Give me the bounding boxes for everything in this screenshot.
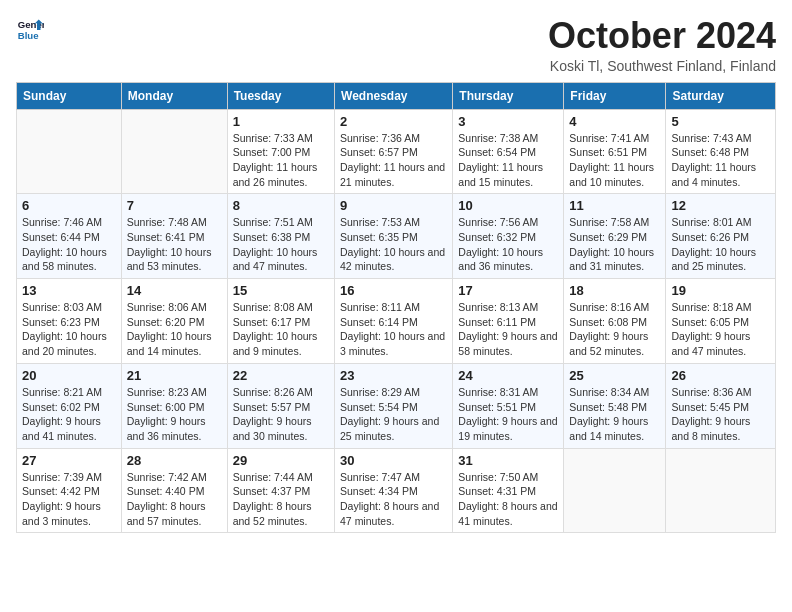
day-number: 27 (22, 453, 116, 468)
day-info: Sunrise: 8:18 AMSunset: 6:05 PMDaylight:… (671, 300, 770, 359)
day-number: 30 (340, 453, 447, 468)
day-info: Sunrise: 8:21 AMSunset: 6:02 PMDaylight:… (22, 385, 116, 444)
calendar-title: October 2024 (548, 16, 776, 56)
calendar-cell (564, 448, 666, 533)
calendar-cell: 13Sunrise: 8:03 AMSunset: 6:23 PMDayligh… (17, 279, 122, 364)
calendar-cell: 23Sunrise: 8:29 AMSunset: 5:54 PMDayligh… (335, 363, 453, 448)
calendar-subtitle: Koski Tl, Southwest Finland, Finland (548, 58, 776, 74)
calendar-week-row: 13Sunrise: 8:03 AMSunset: 6:23 PMDayligh… (17, 279, 776, 364)
day-info: Sunrise: 7:53 AMSunset: 6:35 PMDaylight:… (340, 215, 447, 274)
calendar-cell: 27Sunrise: 7:39 AMSunset: 4:42 PMDayligh… (17, 448, 122, 533)
calendar-cell (17, 109, 122, 194)
calendar-cell: 4Sunrise: 7:41 AMSunset: 6:51 PMDaylight… (564, 109, 666, 194)
logo: General Blue General Blue (16, 16, 44, 44)
calendar-week-row: 20Sunrise: 8:21 AMSunset: 6:02 PMDayligh… (17, 363, 776, 448)
day-number: 11 (569, 198, 660, 213)
day-info: Sunrise: 8:34 AMSunset: 5:48 PMDaylight:… (569, 385, 660, 444)
calendar-cell: 1Sunrise: 7:33 AMSunset: 7:00 PMDaylight… (227, 109, 334, 194)
day-info: Sunrise: 7:42 AMSunset: 4:40 PMDaylight:… (127, 470, 222, 529)
day-number: 20 (22, 368, 116, 383)
day-info: Sunrise: 8:31 AMSunset: 5:51 PMDaylight:… (458, 385, 558, 444)
day-number: 29 (233, 453, 329, 468)
day-number: 17 (458, 283, 558, 298)
calendar-week-row: 27Sunrise: 7:39 AMSunset: 4:42 PMDayligh… (17, 448, 776, 533)
calendar-cell: 22Sunrise: 8:26 AMSunset: 5:57 PMDayligh… (227, 363, 334, 448)
day-info: Sunrise: 7:58 AMSunset: 6:29 PMDaylight:… (569, 215, 660, 274)
day-number: 16 (340, 283, 447, 298)
day-number: 26 (671, 368, 770, 383)
calendar-cell: 5Sunrise: 7:43 AMSunset: 6:48 PMDaylight… (666, 109, 776, 194)
day-info: Sunrise: 8:11 AMSunset: 6:14 PMDaylight:… (340, 300, 447, 359)
page-header: General Blue General Blue October 2024 K… (16, 16, 776, 74)
logo-icon: General Blue (16, 16, 44, 44)
day-number: 14 (127, 283, 222, 298)
day-info: Sunrise: 7:51 AMSunset: 6:38 PMDaylight:… (233, 215, 329, 274)
day-info: Sunrise: 7:36 AMSunset: 6:57 PMDaylight:… (340, 131, 447, 190)
calendar-cell: 24Sunrise: 8:31 AMSunset: 5:51 PMDayligh… (453, 363, 564, 448)
day-info: Sunrise: 8:03 AMSunset: 6:23 PMDaylight:… (22, 300, 116, 359)
day-number: 5 (671, 114, 770, 129)
calendar-week-row: 1Sunrise: 7:33 AMSunset: 7:00 PMDaylight… (17, 109, 776, 194)
day-number: 22 (233, 368, 329, 383)
calendar-cell: 28Sunrise: 7:42 AMSunset: 4:40 PMDayligh… (121, 448, 227, 533)
day-info: Sunrise: 8:23 AMSunset: 6:00 PMDaylight:… (127, 385, 222, 444)
day-number: 8 (233, 198, 329, 213)
calendar-cell: 14Sunrise: 8:06 AMSunset: 6:20 PMDayligh… (121, 279, 227, 364)
day-info: Sunrise: 7:41 AMSunset: 6:51 PMDaylight:… (569, 131, 660, 190)
calendar-cell (121, 109, 227, 194)
day-number: 4 (569, 114, 660, 129)
calendar-table: SundayMondayTuesdayWednesdayThursdayFrid… (16, 82, 776, 534)
calendar-cell: 3Sunrise: 7:38 AMSunset: 6:54 PMDaylight… (453, 109, 564, 194)
day-info: Sunrise: 7:47 AMSunset: 4:34 PMDaylight:… (340, 470, 447, 529)
svg-text:Blue: Blue (18, 30, 39, 41)
day-number: 19 (671, 283, 770, 298)
calendar-cell: 10Sunrise: 7:56 AMSunset: 6:32 PMDayligh… (453, 194, 564, 279)
day-info: Sunrise: 7:38 AMSunset: 6:54 PMDaylight:… (458, 131, 558, 190)
day-info: Sunrise: 8:36 AMSunset: 5:45 PMDaylight:… (671, 385, 770, 444)
day-info: Sunrise: 7:39 AMSunset: 4:42 PMDaylight:… (22, 470, 116, 529)
calendar-cell: 17Sunrise: 8:13 AMSunset: 6:11 PMDayligh… (453, 279, 564, 364)
day-info: Sunrise: 7:46 AMSunset: 6:44 PMDaylight:… (22, 215, 116, 274)
day-info: Sunrise: 7:48 AMSunset: 6:41 PMDaylight:… (127, 215, 222, 274)
day-info: Sunrise: 7:50 AMSunset: 4:31 PMDaylight:… (458, 470, 558, 529)
calendar-cell: 21Sunrise: 8:23 AMSunset: 6:00 PMDayligh… (121, 363, 227, 448)
calendar-cell: 7Sunrise: 7:48 AMSunset: 6:41 PMDaylight… (121, 194, 227, 279)
calendar-cell: 26Sunrise: 8:36 AMSunset: 5:45 PMDayligh… (666, 363, 776, 448)
day-number: 31 (458, 453, 558, 468)
calendar-cell: 9Sunrise: 7:53 AMSunset: 6:35 PMDaylight… (335, 194, 453, 279)
day-number: 10 (458, 198, 558, 213)
day-number: 2 (340, 114, 447, 129)
day-number: 13 (22, 283, 116, 298)
calendar-cell: 11Sunrise: 7:58 AMSunset: 6:29 PMDayligh… (564, 194, 666, 279)
calendar-cell (666, 448, 776, 533)
day-info: Sunrise: 8:01 AMSunset: 6:26 PMDaylight:… (671, 215, 770, 274)
day-number: 23 (340, 368, 447, 383)
day-number: 25 (569, 368, 660, 383)
weekday-header-wednesday: Wednesday (335, 82, 453, 109)
calendar-cell: 29Sunrise: 7:44 AMSunset: 4:37 PMDayligh… (227, 448, 334, 533)
day-number: 12 (671, 198, 770, 213)
day-info: Sunrise: 8:08 AMSunset: 6:17 PMDaylight:… (233, 300, 329, 359)
day-number: 3 (458, 114, 558, 129)
calendar-cell: 25Sunrise: 8:34 AMSunset: 5:48 PMDayligh… (564, 363, 666, 448)
day-info: Sunrise: 8:13 AMSunset: 6:11 PMDaylight:… (458, 300, 558, 359)
day-info: Sunrise: 8:29 AMSunset: 5:54 PMDaylight:… (340, 385, 447, 444)
weekday-header-row: SundayMondayTuesdayWednesdayThursdayFrid… (17, 82, 776, 109)
day-info: Sunrise: 8:16 AMSunset: 6:08 PMDaylight:… (569, 300, 660, 359)
calendar-cell: 12Sunrise: 8:01 AMSunset: 6:26 PMDayligh… (666, 194, 776, 279)
day-info: Sunrise: 7:56 AMSunset: 6:32 PMDaylight:… (458, 215, 558, 274)
day-number: 9 (340, 198, 447, 213)
day-info: Sunrise: 7:44 AMSunset: 4:37 PMDaylight:… (233, 470, 329, 529)
weekday-header-sunday: Sunday (17, 82, 122, 109)
weekday-header-friday: Friday (564, 82, 666, 109)
day-number: 15 (233, 283, 329, 298)
calendar-cell: 8Sunrise: 7:51 AMSunset: 6:38 PMDaylight… (227, 194, 334, 279)
weekday-header-thursday: Thursday (453, 82, 564, 109)
calendar-cell: 6Sunrise: 7:46 AMSunset: 6:44 PMDaylight… (17, 194, 122, 279)
day-number: 6 (22, 198, 116, 213)
title-area: October 2024 Koski Tl, Southwest Finland… (548, 16, 776, 74)
calendar-week-row: 6Sunrise: 7:46 AMSunset: 6:44 PMDaylight… (17, 194, 776, 279)
day-number: 28 (127, 453, 222, 468)
day-number: 1 (233, 114, 329, 129)
day-number: 7 (127, 198, 222, 213)
